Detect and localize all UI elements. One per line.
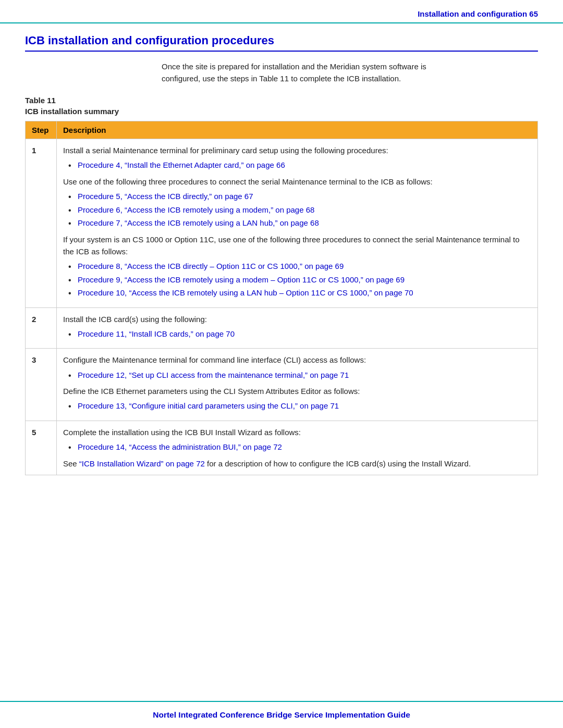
bullet-list: Procedure 8, “Access the ICB directly – …	[68, 261, 531, 299]
installation-summary-table: Step Description 1 Install a serial Main…	[25, 121, 538, 475]
list-item: Procedure 6, “Access the ICB remotely us…	[68, 204, 531, 216]
para-text: Define the ICB Ethernet parameters using…	[63, 385, 531, 397]
para-text: Use one of the following three procedure…	[63, 176, 531, 188]
list-item: Procedure 13, “Configure initial card pa…	[68, 400, 531, 412]
top-bar: Installation and configuration 65	[0, 0, 563, 23]
procedure-link[interactable]: Procedure 14, “Access the administration…	[78, 442, 282, 451]
step-desc: Install the ICB card(s) using the follow…	[57, 307, 538, 349]
step-number: 1	[26, 139, 57, 308]
list-item: Procedure 11, “Install ICB cards,” on pa…	[68, 328, 531, 340]
procedure-link[interactable]: Procedure 8, “Access the ICB directly – …	[78, 262, 344, 270]
section-heading: ICB installation and configuration proce…	[25, 34, 538, 52]
procedure-link[interactable]: Procedure 11, “Install ICB cards,” on pa…	[78, 329, 235, 338]
bullet-list: Procedure 5, “Access the ICB directly,” …	[68, 191, 531, 229]
table-row: 3 Configure the Maintenance terminal for…	[26, 349, 538, 421]
footer-bar: Nortel Integrated Conference Bridge Serv…	[0, 701, 563, 728]
main-content: ICB installation and configuration proce…	[0, 23, 563, 601]
col-header-desc: Description	[57, 121, 538, 139]
table-row: 1 Install a serial Maintenance terminal …	[26, 139, 538, 308]
procedure-link[interactable]: Procedure 12, “Set up CLI access from th…	[78, 371, 349, 379]
para-text: Install a serial Maintenance terminal fo…	[63, 146, 388, 155]
procedure-link[interactable]: Procedure 13, “Configure initial card pa…	[78, 401, 339, 410]
para-text: See “ICB Installation Wizard” on page 72…	[63, 458, 531, 470]
step-number: 3	[26, 349, 57, 421]
table-row: 5 Complete the installation using the IC…	[26, 421, 538, 475]
header-title: Installation and configuration 65	[418, 9, 538, 18]
bullet-list: Procedure 11, “Install ICB cards,” on pa…	[68, 328, 531, 340]
bullet-list: Procedure 4, “Install the Ethernet Adapt…	[68, 159, 531, 171]
step-desc: Complete the installation using the ICB …	[57, 421, 538, 475]
icb-wizard-link[interactable]: “ICB Installation Wizard” on page 72	[79, 459, 205, 468]
bullet-list: Procedure 14, “Access the administration…	[68, 441, 531, 453]
procedure-link[interactable]: Procedure 5, “Access the ICB directly,” …	[78, 192, 253, 201]
list-item: Procedure 9, “Access the ICB remotely us…	[68, 274, 531, 286]
list-item: Procedure 8, “Access the ICB directly – …	[68, 261, 531, 273]
list-item: Procedure 14, “Access the administration…	[68, 441, 531, 453]
procedure-link[interactable]: Procedure 4, “Install the Ethernet Adapt…	[78, 161, 285, 169]
procedure-link[interactable]: Procedure 10, “Access the ICB remotely u…	[78, 288, 413, 297]
step-desc: Install a serial Maintenance terminal fo…	[57, 139, 538, 308]
intro-paragraph: Once the site is prepared for installati…	[99, 61, 464, 84]
step-number: 2	[26, 307, 57, 349]
bottom-spacer	[0, 601, 563, 701]
list-item: Procedure 12, “Set up CLI access from th…	[68, 369, 531, 381]
para-text: Configure the Maintenance terminal for c…	[63, 355, 366, 364]
bullet-list: Procedure 12, “Set up CLI access from th…	[68, 369, 531, 381]
col-header-step: Step	[26, 121, 57, 139]
step-desc: Configure the Maintenance terminal for c…	[57, 349, 538, 421]
footer-text: Nortel Integrated Conference Bridge Serv…	[153, 710, 410, 719]
procedure-link[interactable]: Procedure 6, “Access the ICB remotely us…	[78, 205, 314, 214]
para-text: Install the ICB card(s) using the follow…	[63, 315, 207, 324]
procedure-link[interactable]: Procedure 9, “Access the ICB remotely us…	[78, 275, 405, 284]
step-number: 5	[26, 421, 57, 475]
para-text: If your system is an CS 1000 or Option 1…	[63, 233, 531, 258]
table-title: ICB installation summary	[25, 107, 538, 116]
list-item: Procedure 4, “Install the Ethernet Adapt…	[68, 159, 531, 171]
para-text: Complete the installation using the ICB …	[63, 428, 301, 437]
list-item: Procedure 10, “Access the ICB remotely u…	[68, 287, 531, 299]
list-item: Procedure 7, “Access the ICB remotely us…	[68, 217, 531, 229]
bullet-list: Procedure 13, “Configure initial card pa…	[68, 400, 531, 412]
table-row: 2 Install the ICB card(s) using the foll…	[26, 307, 538, 349]
table-label: Table 11	[25, 96, 538, 105]
procedure-link[interactable]: Procedure 7, “Access the ICB remotely us…	[78, 218, 319, 227]
page-container: Installation and configuration 65 ICB in…	[0, 0, 563, 728]
list-item: Procedure 5, “Access the ICB directly,” …	[68, 191, 531, 203]
